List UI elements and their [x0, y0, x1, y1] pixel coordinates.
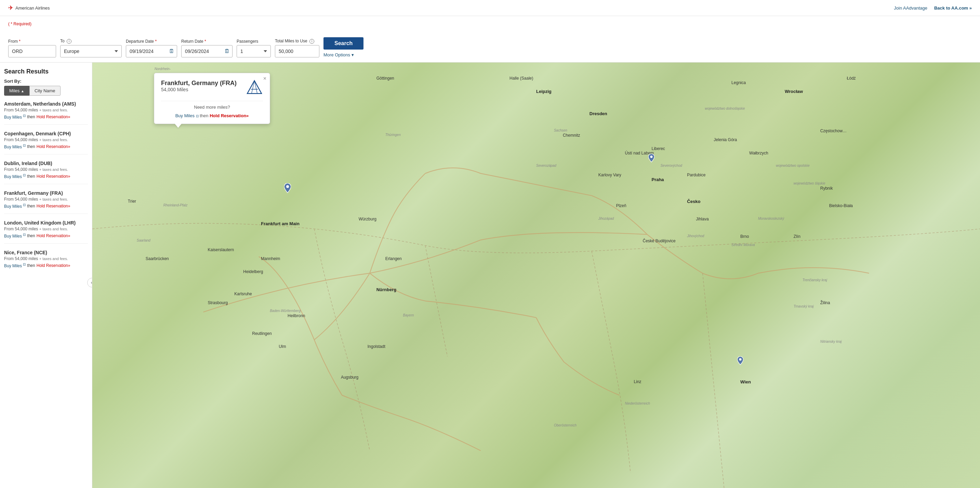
- hold-reservation-link[interactable]: Hold Reservation»: [37, 204, 70, 208]
- return-date-wrap: 🗓: [181, 45, 232, 57]
- then-text: then: [27, 233, 35, 238]
- from-group: From *: [8, 39, 56, 57]
- then-text: then: [27, 204, 35, 208]
- map-background: [92, 63, 980, 488]
- external-link-icon: ⊡: [23, 114, 25, 117]
- hold-reservation-link[interactable]: Hold Reservation»: [37, 144, 70, 149]
- result-city-name: Dublin, Ireland (DUB): [4, 161, 88, 166]
- aa-logo-icon: [246, 79, 263, 97]
- join-aadvantage-link[interactable]: Join AAdvantage: [894, 5, 928, 11]
- departure-date-wrap: 🗓: [126, 45, 177, 57]
- to-info-icon[interactable]: i: [67, 39, 72, 44]
- result-city-name: Copenhagen, Denmark (CPH): [4, 131, 88, 136]
- result-links: Buy Miles ⊡ then Hold Reservation»: [4, 233, 88, 239]
- sort-by-miles-button[interactable]: Miles ▲: [4, 86, 29, 96]
- search-form: From * To i Europe Asia Caribbean Mexico…: [8, 30, 972, 57]
- popup-hold-reservation-link[interactable]: Hold Reservation»: [210, 113, 248, 118]
- return-group: Return Date * 🗓: [181, 39, 232, 57]
- external-link-icon: ⊡: [23, 144, 25, 147]
- list-item: Copenhagen, Denmark (CPH) From 54,000 mi…: [4, 131, 88, 154]
- hold-reservation-link[interactable]: Hold Reservation»: [37, 114, 70, 119]
- back-to-aa-link[interactable]: Back to AA.com »: [934, 5, 972, 11]
- result-links: Buy Miles ⊡ then Hold Reservation»: [4, 263, 88, 268]
- miles-info-icon[interactable]: i: [309, 39, 314, 44]
- popup-city-name: Frankfurt, Germany (FRA): [161, 80, 237, 87]
- sort-by-label: Sort By:: [4, 79, 88, 84]
- passengers-label: Passengers: [237, 39, 271, 44]
- popup-need-miles: Need more miles?: [161, 105, 263, 110]
- result-city-name: London, United Kingdom (LHR): [4, 220, 88, 225]
- external-link-icon: ⊡: [23, 233, 25, 236]
- hold-reservation-link[interactable]: Hold Reservation»: [37, 174, 70, 179]
- popup-city-info: Frankfurt, Germany (FRA) 54,000 Miles: [161, 80, 237, 97]
- aa-logo-symbol: ✈: [8, 4, 13, 12]
- result-miles: From 54,000 miles + taxes and fees.: [4, 197, 88, 202]
- list-item: Nice, France (NCE) From 54,000 miles + t…: [4, 250, 88, 273]
- passengers-group: Passengers 1 2 3 4: [237, 39, 271, 57]
- result-miles: From 54,000 miles + taxes and fees.: [4, 137, 88, 142]
- external-link-icon: ⊡: [23, 263, 25, 266]
- from-input[interactable]: [8, 45, 56, 57]
- then-text: then: [27, 263, 35, 268]
- map-area: Göttingen Halle (Saale) Leipzig Legnica …: [92, 63, 980, 488]
- search-area: ( * Required) From * To i Europe Asia Ca…: [0, 16, 980, 63]
- result-miles: From 54,000 miles + taxes and fees.: [4, 227, 88, 231]
- popup-then-text: then: [200, 113, 208, 118]
- then-text: then: [27, 174, 35, 179]
- then-text: then: [27, 114, 35, 119]
- return-calendar-icon[interactable]: 🗓: [224, 48, 230, 54]
- to-group: To i Europe Asia Caribbean Mexico South …: [60, 39, 122, 57]
- search-button[interactable]: Search: [323, 37, 363, 49]
- hold-reservation-link[interactable]: Hold Reservation»: [37, 263, 70, 268]
- list-item: Dublin, Ireland (DUB) From 54,000 miles …: [4, 161, 88, 184]
- return-label: Return Date *: [181, 39, 232, 44]
- sort-arrow-icon: ▲: [21, 89, 24, 93]
- miles-input[interactable]: [275, 45, 319, 57]
- departure-group: Departure Date * 🗓: [126, 39, 177, 57]
- buy-miles-link[interactable]: Buy Miles ⊡: [4, 114, 25, 120]
- logo-area: ✈ American Airlines: [8, 4, 49, 12]
- sort-buttons: Miles ▲ City Name: [4, 86, 88, 96]
- list-item: Amsterdam, Netherlands (AMS) From 54,000…: [4, 101, 88, 125]
- external-link-icon: ⊡: [23, 173, 25, 177]
- sort-by-city-button[interactable]: City Name: [29, 86, 60, 96]
- sidebar-title: Search Results: [4, 68, 88, 75]
- popup-buy-miles-link[interactable]: Buy Miles ⊡: [175, 113, 200, 118]
- result-miles: From 54,000 miles + taxes and fees.: [4, 167, 88, 172]
- more-options-link[interactable]: More Options ▾: [323, 52, 354, 57]
- result-city-name: Amsterdam, Netherlands (AMS): [4, 101, 88, 107]
- buy-miles-link[interactable]: Buy Miles ⊡: [4, 173, 25, 179]
- result-links: Buy Miles ⊡ then Hold Reservation»: [4, 173, 88, 179]
- map-pin-frankfurt[interactable]: [284, 183, 291, 195]
- sidebar-collapse-button[interactable]: «: [87, 278, 92, 287]
- required-symbol: ( * Required): [8, 22, 32, 26]
- buy-miles-link[interactable]: Buy Miles ⊡: [4, 203, 25, 209]
- popup-miles: 54,000 Miles: [161, 87, 237, 92]
- then-text: then: [27, 144, 35, 149]
- list-item: London, United Kingdom (LHR) From 54,000…: [4, 220, 88, 244]
- popup-links: Buy Miles ⊡ then Hold Reservation»: [161, 113, 263, 118]
- header-links: Join AAdvantage Back to AA.com »: [894, 5, 972, 11]
- result-miles: From 54,000 miles + taxes and fees.: [4, 108, 88, 112]
- result-miles: From 54,000 miles + taxes and fees.: [4, 256, 88, 261]
- departure-calendar-icon[interactable]: 🗓: [169, 48, 174, 54]
- sidebar: Search Results Sort By: Miles ▲ City Nam…: [0, 63, 92, 488]
- popup-close-button[interactable]: ×: [263, 76, 266, 81]
- hold-reservation-link[interactable]: Hold Reservation»: [37, 233, 70, 238]
- result-city-name: Frankfurt, Germany (FRA): [4, 190, 88, 196]
- svg-point-0: [286, 185, 289, 188]
- svg-point-2: [739, 358, 742, 361]
- miles-group: Total Miles to Use i: [275, 39, 319, 57]
- buy-miles-link[interactable]: Buy Miles ⊡: [4, 263, 25, 268]
- passengers-select[interactable]: 1 2 3 4: [237, 45, 271, 57]
- results-list: Amsterdam, Netherlands (AMS) From 54,000…: [4, 101, 88, 273]
- buy-miles-link[interactable]: Buy Miles ⊡: [4, 233, 25, 239]
- departure-label: Departure Date *: [126, 39, 177, 44]
- map-pin-praha[interactable]: [648, 154, 654, 164]
- search-btn-area: Search More Options ▾: [323, 30, 363, 57]
- required-note: ( * Required): [8, 22, 972, 26]
- buy-miles-link[interactable]: Buy Miles ⊡: [4, 144, 25, 149]
- popup-header: Frankfurt, Germany (FRA) 54,000 Miles: [161, 79, 263, 97]
- to-select[interactable]: Europe Asia Caribbean Mexico South Ameri…: [60, 45, 122, 57]
- map-pin-wien[interactable]: [737, 356, 743, 366]
